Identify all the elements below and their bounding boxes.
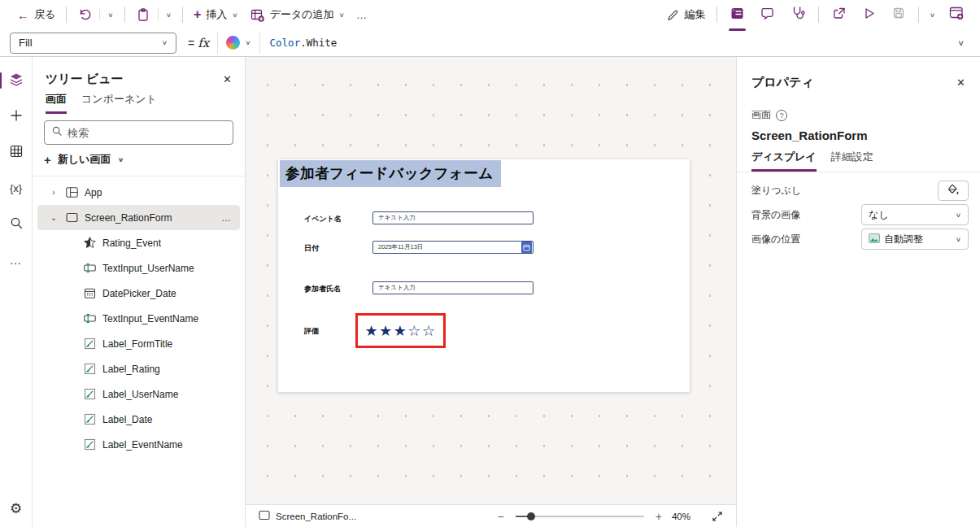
back-button[interactable]: ← 戻る (11, 4, 61, 25)
property-selector[interactable]: Fill ∨ (10, 33, 176, 54)
tree-item-label-formtitle[interactable]: Label_FormTitle (37, 331, 240, 356)
add-data-button[interactable]: データの追加 ∨ (244, 4, 351, 26)
tab-display[interactable]: ディスプレイ (751, 150, 817, 172)
chevron-down-icon: ∨ (162, 39, 168, 46)
text-input-eventname[interactable]: テキスト入力 (372, 211, 534, 224)
tab-advanced[interactable]: 詳細設定 (831, 150, 873, 172)
item-overflow-button[interactable]: … (221, 212, 232, 224)
calendar-button[interactable] (521, 242, 532, 253)
tree-view-tabs: 画面 コンポーネント (33, 89, 245, 114)
label-icon (83, 362, 97, 376)
undo-button[interactable] (72, 4, 98, 25)
field-label-date[interactable]: 日付 (304, 242, 319, 255)
status-screen-name[interactable]: Screen_RationFo... (276, 512, 356, 521)
tree-search-box[interactable] (44, 120, 233, 145)
property-label: 画像の位置 (751, 233, 800, 246)
fill-color-button[interactable] (938, 181, 969, 201)
calendar-icon (83, 286, 97, 300)
clipboard-icon (136, 7, 150, 22)
tree-view-panel: ツリー ビュー ✕ 画面 コンポーネント + 新しい画面 ∨ › App ⌄ (33, 57, 246, 527)
tree-item-label: DatePicker_Date (102, 288, 176, 299)
tree-item-app[interactable]: › App (37, 180, 240, 205)
background-image-dropdown[interactable]: なし ∨ (861, 204, 969, 225)
fit-to-window-button[interactable] (712, 511, 723, 522)
rail-insert-button[interactable] (0, 102, 33, 130)
rail-tree-view-button[interactable] (0, 67, 33, 94)
tree-item-textinput-username[interactable]: TextInput_UserName (37, 255, 240, 281)
rail-more-button[interactable]: … (0, 246, 33, 273)
divider (716, 7, 717, 23)
formula-input[interactable]: Color.White (260, 33, 952, 54)
divider (66, 7, 67, 23)
divider (737, 172, 980, 172)
authoring-panel-button[interactable] (722, 2, 752, 28)
new-screen-button[interactable]: + 新しい画面 ∨ (44, 148, 240, 171)
chevron-down-icon[interactable]: ⌄ (49, 213, 59, 222)
zoom-in-button[interactable]: + (651, 510, 667, 523)
screen-icon (65, 211, 79, 224)
field-label-username[interactable]: 参加者氏名 (304, 282, 341, 295)
tree-item-textinput-eventname[interactable]: TextInput_EventName (37, 306, 240, 331)
insert-button[interactable]: + 挿入 ∨ (188, 4, 244, 25)
stethoscope-icon (790, 5, 806, 24)
properties-panel: プロパティ ✕ 画面 ? Screen_RationForm ディスプレイ 詳細… (736, 57, 980, 527)
formula-bar-expand-button[interactable]: ∨ (952, 34, 970, 52)
app-checker-button[interactable] (782, 1, 813, 28)
tree-item-label-date[interactable]: Label_Date (37, 407, 240, 432)
tab-components[interactable]: コンポーネント (81, 92, 157, 114)
search-input[interactable] (68, 127, 226, 139)
close-icon[interactable]: ✕ (956, 76, 965, 89)
save-menu-button[interactable]: ∨ (924, 7, 941, 23)
property-row-background-image: 背景の画像 なし ∨ (737, 203, 980, 227)
canvas-area: 参加者フィードバックフォーム イベント名 テキスト入力 日付 2025年11月1… (246, 57, 736, 527)
rating-stars[interactable]: ★★★☆☆ (364, 322, 436, 339)
tab-screens[interactable]: 画面 (46, 92, 67, 114)
tree-item-rating-event[interactable]: Rating_Event (37, 230, 240, 255)
rail-search-button[interactable] (0, 210, 33, 237)
back-label: 戻る (34, 7, 55, 22)
field-label-rating[interactable]: 評価 (304, 324, 319, 338)
close-icon[interactable]: ✕ (223, 73, 232, 85)
text-input-username[interactable]: テキスト入力 (372, 281, 534, 294)
tree-item-label: Label_UserName (102, 389, 178, 400)
zoom-out-button[interactable]: − (493, 510, 509, 523)
publish-button[interactable] (941, 1, 972, 28)
rating-control-selected[interactable]: ★★★☆☆ (355, 313, 446, 348)
divider (918, 7, 919, 23)
rail-data-button[interactable] (0, 138, 33, 166)
rating-icon (83, 236, 97, 250)
divider (158, 9, 159, 20)
slider-knob[interactable] (527, 512, 535, 520)
field-label-eventname[interactable]: イベント名 (304, 212, 342, 225)
tree-item-label-eventname[interactable]: Label_EventName (37, 432, 240, 457)
tree-list: › App ⌄ Screen_RationForm … Rating_Event… (33, 176, 245, 457)
divider (182, 7, 183, 23)
paint-bucket-icon (947, 183, 960, 198)
form-title-label[interactable]: 参加者フィードバックフォーム (280, 160, 501, 187)
comments-button[interactable] (752, 2, 782, 28)
divider (818, 7, 819, 23)
date-picker-date[interactable]: 2025年11月13日 (372, 241, 534, 254)
zoom-slider[interactable] (516, 512, 644, 521)
preview-play-button[interactable] (854, 2, 884, 28)
search-icon (51, 125, 63, 140)
paste-menu-button[interactable]: ∨ (160, 7, 177, 23)
screen-artboard[interactable]: 参加者フィードバックフォーム イベント名 テキスト入力 日付 2025年11月1… (278, 159, 690, 392)
more-commands-button[interactable]: … (351, 6, 373, 24)
save-button[interactable] (884, 2, 913, 28)
edit-button[interactable]: 編集 (660, 4, 712, 25)
tree-item-label-username[interactable]: Label_UserName (37, 381, 240, 407)
rail-variables-button[interactable]: {x} (0, 174, 33, 202)
chevron-right-icon[interactable]: › (49, 188, 59, 197)
tree-item-screen-rationform[interactable]: ⌄ Screen_RationForm … (37, 205, 240, 230)
undo-menu-button[interactable]: ∨ (102, 7, 119, 23)
copilot-button[interactable]: ∨ (217, 33, 259, 54)
property-row-fill: 塗りつぶし (737, 178, 980, 203)
share-button[interactable] (824, 2, 854, 28)
settings-button[interactable]: ⚙ (0, 494, 33, 522)
tree-item-datepicker-date[interactable]: DatePicker_Date (37, 281, 240, 306)
image-position-dropdown[interactable]: 自動調整 ∨ (861, 229, 969, 250)
tree-item-label-rating[interactable]: Label_Rating (37, 356, 240, 381)
paste-button[interactable] (130, 4, 156, 25)
help-icon[interactable]: ? (776, 110, 787, 121)
